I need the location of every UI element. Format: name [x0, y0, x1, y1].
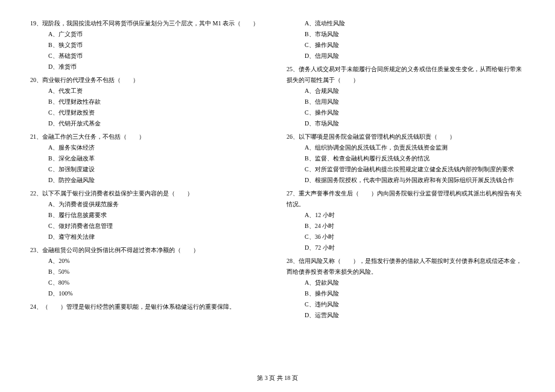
question-24: 24、（ ）管理是银行经营的重要职能，是银行体系稳健运行的重要保障。 — [30, 302, 268, 312]
option-a: A、贷款风险 — [287, 277, 525, 288]
page-footer: 第 3 页 共 18 页 — [0, 373, 555, 384]
left-column: 19、现阶段，我国按流动性不同将货币供应量划分为三个层次，其中 M1 表示（ ）… — [30, 18, 268, 323]
option-b: B、监督、检查金融机构履行反洗钱义务的情况 — [287, 153, 525, 164]
option-d: D、信用风险 — [287, 51, 525, 62]
option-a: A、流动性风险 — [287, 18, 525, 29]
option-b: B、履行信息披露要求 — [30, 210, 268, 221]
question-text: 28、信用风险又称（ ），是指发行债券的借款人不能按时支付债券利息或偿还本金，而… — [287, 256, 525, 277]
option-b: B、操作风险 — [287, 288, 525, 299]
option-c: C、基础货币 — [30, 51, 268, 62]
option-a: A、为消费者提供规范服务 — [30, 199, 268, 210]
question-text: 25、债务人或交易对手未能履行合同所规定的义务或信任质量发生变化，从而给银行带来… — [287, 64, 525, 86]
option-c: C、操作风险 — [287, 107, 525, 118]
option-a: A、代发工资 — [30, 86, 268, 96]
exam-page: 19、现阶段，我国按流动性不同将货币供应量划分为三个层次，其中 M1 表示（ ）… — [0, 0, 555, 323]
question-text: 23、金融租赁公司的同业拆借比例不得超过资本净额的（ ） — [30, 245, 268, 256]
option-a: A、合规风险 — [287, 86, 525, 96]
option-a: A、服务实体经济 — [30, 142, 268, 153]
question-text: 19、现阶段，我国按流动性不同将货币供应量划分为三个层次，其中 M1 表示（ ） — [30, 18, 268, 29]
option-b: B、狭义货币 — [30, 40, 268, 51]
question-23: 23、金融租赁公司的同业拆借比例不得超过资本净额的（ ） A、20% B、50%… — [30, 245, 268, 299]
question-22: 22、以下不属于银行业消费者权益保护主要内容的是（ ） A、为消费者提供规范服务… — [30, 188, 268, 242]
option-b: B、信用风险 — [287, 96, 525, 107]
option-c: C、代理财政投资 — [30, 107, 268, 118]
question-text: 24、（ ）管理是银行经营的重要职能，是银行体系稳健运行的重要保障。 — [30, 302, 268, 312]
option-c: C、36 小时 — [287, 232, 525, 242]
option-d: D、市场风险 — [287, 118, 525, 129]
option-d: D、100% — [30, 288, 268, 299]
option-c: C、对所监督管理的金融机构提出按照规定建立健全反洗钱内部控制制度的要求 — [287, 164, 525, 175]
question-text: 20、商业银行的代理业务不包括（ ） — [30, 75, 268, 86]
right-column: A、流动性风险 B、市场风险 C、操作风险 D、信用风险 25、债务人或交易对手… — [287, 18, 525, 323]
question-text: 22、以下不属于银行业消费者权益保护主要内容的是（ ） — [30, 188, 268, 199]
option-b: B、24 小时 — [287, 221, 525, 232]
question-text: 26、以下哪项是国务院金融监督管理机构的反洗钱职责（ ） — [287, 131, 525, 142]
option-d: D、遵守相关法律 — [30, 232, 268, 242]
option-d: D、准货币 — [30, 62, 268, 72]
question-20: 20、商业银行的代理业务不包括（ ） A、代发工资 B、代理财政性存款 C、代理… — [30, 75, 268, 129]
option-d: D、根据国务院授权，代表中国政府与外国政府和有关国际组织开展反洗钱合作 — [287, 175, 525, 186]
option-c: C、做好消费者信息管理 — [30, 221, 268, 232]
option-a: A、组织协调全国的反洗钱工作，负责反洗钱资金监测 — [287, 142, 525, 153]
question-text: 21、金融工作的三大任务，不包括（ ） — [30, 131, 268, 142]
option-a: A、广义货币 — [30, 29, 268, 40]
option-d: D、运营风险 — [287, 310, 525, 321]
option-c: C、80% — [30, 277, 268, 288]
question-28: 28、信用风险又称（ ），是指发行债券的借款人不能按时支付债券利息或偿还本金，而… — [287, 256, 525, 321]
option-b: B、代理财政性存款 — [30, 96, 268, 107]
option-a: A、12 小时 — [287, 210, 525, 221]
question-25: 25、债务人或交易对手未能履行合同所规定的义务或信任质量发生变化，从而给银行带来… — [287, 64, 525, 129]
question-19: 19、现阶段，我国按流动性不同将货币供应量划分为三个层次，其中 M1 表示（ ）… — [30, 18, 268, 72]
option-b: B、深化金融改革 — [30, 153, 268, 164]
option-c: C、操作风险 — [287, 40, 525, 51]
option-b: B、50% — [30, 267, 268, 277]
option-a: A、20% — [30, 256, 268, 267]
question-26: 26、以下哪项是国务院金融监督管理机构的反洗钱职责（ ） A、组织协调全国的反洗… — [287, 131, 525, 186]
option-c: C、加强制度建设 — [30, 164, 268, 175]
question-24-options: A、流动性风险 B、市场风险 C、操作风险 D、信用风险 — [287, 18, 525, 62]
option-d: D、防控金融风险 — [30, 175, 268, 186]
question-21: 21、金融工作的三大任务，不包括（ ） A、服务实体经济 B、深化金融改革 C、… — [30, 131, 268, 186]
option-d: D、代销开放式基金 — [30, 118, 268, 129]
question-27: 27、重大声誉事件发生后（ ）内向国务院银行业监督管理机构或其派出机构报告有关情… — [287, 188, 525, 253]
question-text: 27、重大声誉事件发生后（ ）内向国务院银行业监督管理机构或其派出机构报告有关情… — [287, 188, 525, 210]
option-b: B、市场风险 — [287, 29, 525, 40]
option-d: D、72 小时 — [287, 242, 525, 253]
option-c: C、违约风险 — [287, 299, 525, 310]
